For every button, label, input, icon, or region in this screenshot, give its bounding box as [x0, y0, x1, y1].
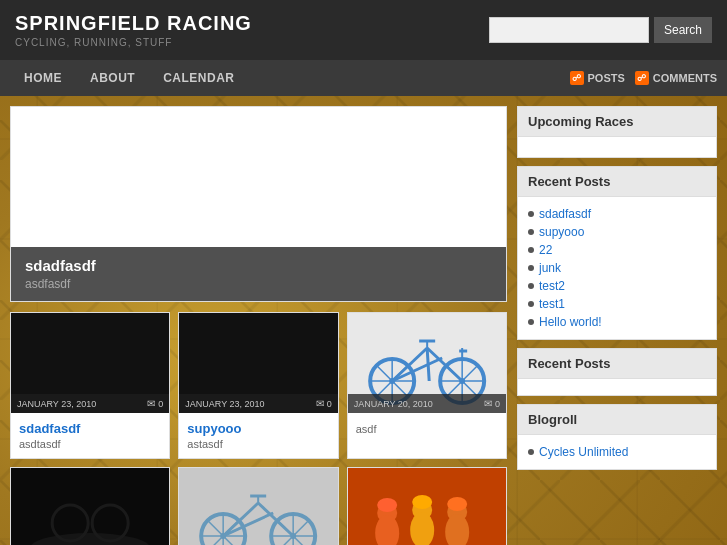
post-card-6 [347, 467, 507, 545]
blogroll-list: Cycles Unlimited [528, 443, 706, 461]
posts-feed[interactable]: ☍ POSTS [570, 71, 625, 85]
comment-icon-3: ✉ [484, 398, 492, 409]
list-item: supyooo [528, 223, 706, 241]
nav-left: HOME ABOUT CALENDAR [10, 61, 249, 95]
featured-title: sdadfasdf [25, 257, 492, 274]
widget-recent-posts-2-content [518, 379, 716, 395]
posts-grid: JANUARY 23, 2010 ✉ 0 sdadfasdf asdtasdf [10, 312, 507, 545]
svg-point-46 [377, 498, 397, 512]
post-link-2[interactable]: supyooo [187, 421, 241, 436]
recent-post-link-6[interactable]: test1 [539, 297, 565, 311]
post-date-1: JANUARY 23, 2010 [17, 399, 96, 409]
list-item: test1 [528, 295, 706, 313]
content-area: sdadfasdf asdfasdf JANUARY 23, 2010 ✉ 0 [0, 96, 727, 545]
post-card-3: JANUARY 20, 2010 ✉ 0 asdf [347, 312, 507, 459]
search-form: Search [489, 17, 712, 43]
site-tagline: CYCLING, RUNNING, STUFF [15, 37, 252, 48]
post-comments-2: ✉ 0 [316, 398, 332, 409]
featured-excerpt: asdfasdf [25, 277, 492, 291]
nav-right: ☍ POSTS ☍ COMMENTS [570, 71, 717, 85]
widget-blogroll-content: Cycles Unlimited [518, 435, 716, 469]
nav-item-calendar[interactable]: CALENDAR [149, 61, 248, 95]
svg-point-20 [30, 533, 150, 545]
list-item: junk [528, 259, 706, 277]
post-thumb-5 [179, 468, 337, 545]
post-meta-bar-1: JANUARY 23, 2010 ✉ 0 [11, 394, 169, 413]
dark-thumb-svg [11, 468, 169, 545]
recent-posts-list: sdadfasdf supyooo 22 junk test2 test1 He… [528, 205, 706, 331]
bullet [528, 301, 534, 307]
svg-point-45 [445, 514, 469, 545]
svg-line-13 [427, 348, 462, 381]
post-thumb-2: JANUARY 23, 2010 ✉ 0 [179, 313, 337, 413]
post-excerpt-2: astasdf [187, 438, 329, 450]
blogroll-link-1[interactable]: Cycles Unlimited [539, 445, 628, 459]
post-thumb-3: JANUARY 20, 2010 ✉ 0 [348, 313, 506, 413]
list-item: Hello world! [528, 313, 706, 331]
featured-caption: sdadfasdf asdfasdf [11, 247, 506, 301]
comment-icon-1: ✉ [147, 398, 155, 409]
post-excerpt-3: asdf [356, 423, 498, 435]
widget-blogroll-title: Blogroll [518, 405, 716, 435]
svg-line-36 [258, 503, 293, 536]
widget-recent-posts: Recent Posts sdadfasdf supyooo 22 junk t… [517, 166, 717, 340]
rss-icon-comments: ☍ [635, 71, 649, 85]
post-card-4 [10, 467, 170, 545]
main-content: sdadfasdf asdfasdf JANUARY 23, 2010 ✉ 0 [10, 106, 507, 545]
svg-point-41 [375, 515, 399, 545]
recent-post-link-3[interactable]: 22 [539, 243, 552, 257]
comments-feed[interactable]: ☍ COMMENTS [635, 71, 717, 85]
bullet [528, 319, 534, 325]
bullet [528, 283, 534, 289]
list-item: sdadfasdf [528, 205, 706, 223]
widget-upcoming-races: Upcoming Races [517, 106, 717, 158]
widget-blogroll: Blogroll Cycles Unlimited [517, 404, 717, 470]
site-title: SPRINGFIELD RACING [15, 12, 252, 35]
list-item: 22 [528, 241, 706, 259]
search-button[interactable]: Search [654, 17, 712, 43]
widget-recent-posts-2-title: Recent Posts [518, 349, 716, 379]
post-body-3: asdf [348, 413, 506, 443]
widget-upcoming-races-title: Upcoming Races [518, 107, 716, 137]
recent-post-link-4[interactable]: junk [539, 261, 561, 275]
widget-recent-posts-content: sdadfasdf supyooo 22 junk test2 test1 He… [518, 197, 716, 339]
svg-line-35 [223, 503, 258, 536]
race-svg [348, 468, 506, 545]
recent-post-link-1[interactable]: sdadfasdf [539, 207, 591, 221]
post-thumb-4 [11, 468, 169, 545]
comments-feed-label: COMMENTS [653, 72, 717, 84]
widget-upcoming-races-content [518, 137, 716, 157]
widget-recent-posts-2: Recent Posts [517, 348, 717, 396]
site-header: SPRINGFIELD RACING CYCLING, RUNNING, STU… [0, 0, 727, 60]
post-meta-bar-3: JANUARY 20, 2010 ✉ 0 [348, 394, 506, 413]
svg-point-47 [412, 495, 432, 509]
bullet [528, 247, 534, 253]
post-link-1[interactable]: sdadfasdf [19, 421, 80, 436]
post-card-2: JANUARY 23, 2010 ✉ 0 supyooo astasdf [178, 312, 338, 459]
post-body-1: sdadfasdf asdtasdf [11, 413, 169, 458]
featured-image [11, 107, 506, 247]
recent-post-link-7[interactable]: Hello world! [539, 315, 602, 329]
post-card-1: JANUARY 23, 2010 ✉ 0 sdadfasdf asdtasdf [10, 312, 170, 459]
bullet [528, 211, 534, 217]
sidebar: Upcoming Races Recent Posts sdadfasdf su… [517, 106, 717, 478]
featured-post: sdadfasdf asdfasdf [10, 106, 507, 302]
posts-feed-label: POSTS [588, 72, 625, 84]
recent-post-link-2[interactable]: supyooo [539, 225, 584, 239]
search-input[interactable] [489, 17, 649, 43]
bullet [528, 449, 534, 455]
nav-item-about[interactable]: ABOUT [76, 61, 149, 95]
recent-post-link-5[interactable]: test2 [539, 279, 565, 293]
post-excerpt-1: asdtasdf [19, 438, 161, 450]
bullet [528, 229, 534, 235]
svg-line-15 [427, 348, 429, 381]
post-card-5 [178, 467, 338, 545]
post-thumb-1: JANUARY 23, 2010 ✉ 0 [11, 313, 169, 413]
nav-bar: HOME ABOUT CALENDAR ☍ POSTS ☍ COMMENTS [0, 60, 727, 96]
post-comments-3: ✉ 0 [484, 398, 500, 409]
svg-point-48 [447, 497, 467, 511]
bike-svg-5 [179, 468, 337, 545]
nav-item-home[interactable]: HOME [10, 61, 76, 95]
post-date-2: JANUARY 23, 2010 [185, 399, 264, 409]
list-item: test2 [528, 277, 706, 295]
